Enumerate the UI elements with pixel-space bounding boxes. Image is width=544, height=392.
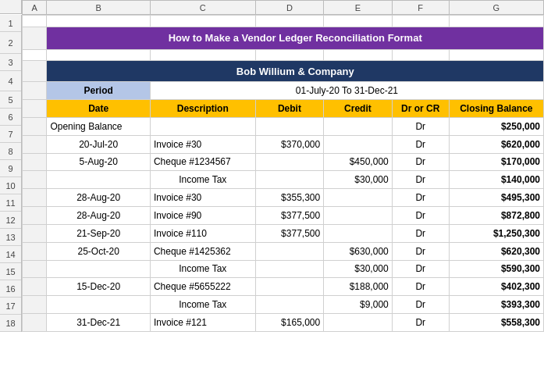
row-1 (23, 16, 544, 27)
desc-12: Invoice #90 (150, 207, 255, 225)
closing-11: $495,300 (449, 189, 543, 207)
debit-17 (255, 296, 324, 314)
debit-12: $377,500 (255, 207, 324, 225)
row-num-3: 3 (0, 54, 21, 71)
closing-15: $590,300 (449, 260, 543, 278)
row-num-4: 4 (0, 71, 21, 91)
header-description: Description (150, 99, 255, 117)
date-14: 25-Oct-20 (47, 242, 150, 260)
date-16: 15-Dec-20 (47, 278, 150, 296)
drcr-13: Dr (392, 224, 449, 242)
date-13: 21-Sep-20 (47, 224, 150, 242)
header-debit: Debit (255, 99, 324, 117)
header-dr-cr: Dr or CR (392, 99, 449, 117)
credit-10: $30,000 (324, 171, 393, 189)
col-header-e: E (324, 1, 393, 15)
desc-16: Cheque #5655222 (150, 278, 255, 296)
credit-7 (324, 117, 393, 135)
row-num-13: 13 (0, 229, 21, 246)
ledger-table: How to Make a Vendor Ledger Reconciliati… (22, 15, 544, 332)
debit-7 (255, 117, 324, 135)
table-row: 28-Aug-20 Invoice #90 $377,500 Dr $872,8… (23, 207, 544, 225)
drcr-15: Dr (392, 260, 449, 278)
table-row: 25-Oct-20 Cheque #1425362 $630,000 Dr $6… (23, 242, 544, 260)
col-header-g: G (449, 1, 543, 15)
col-header-a: A (23, 1, 47, 15)
closing-8: $620,000 (449, 135, 543, 153)
date-9: 5-Aug-20 (47, 153, 150, 171)
closing-17: $393,300 (449, 296, 543, 314)
debit-8: $370,000 (255, 135, 324, 153)
drcr-12: Dr (392, 207, 449, 225)
row-num-12: 12 (0, 212, 21, 229)
desc-8: Invoice #30 (150, 135, 255, 153)
drcr-18: Dr (392, 314, 449, 332)
closing-18: $558,300 (449, 314, 543, 332)
desc-14: Cheque #1425362 (150, 242, 255, 260)
desc-9: Cheque #1234567 (150, 153, 255, 171)
closing-13: $1,250,300 (449, 224, 543, 242)
header-date: Date (47, 99, 150, 117)
closing-16: $402,300 (449, 278, 543, 296)
row-num-9: 9 (0, 160, 21, 177)
date-17 (47, 296, 150, 314)
drcr-9: Dr (392, 153, 449, 171)
desc-15: Income Tax (150, 260, 255, 278)
row-4: Bob Willium & Company (23, 61, 544, 82)
debit-14 (255, 242, 324, 260)
row-num-18: 18 (0, 315, 21, 332)
debit-15 (255, 260, 324, 278)
row-num-15: 15 (0, 263, 21, 280)
drcr-8: Dr (392, 135, 449, 153)
desc-18: Invoice #121 (150, 314, 255, 332)
table-row: 15-Dec-20 Cheque #5655222 $188,000 Dr $4… (23, 278, 544, 296)
drcr-11: Dr (392, 189, 449, 207)
row-num-2: 2 (0, 32, 21, 54)
row-2: How to Make a Vendor Ledger Reconciliati… (23, 27, 544, 49)
drcr-16: Dr (392, 278, 449, 296)
col-header-c: C (150, 1, 255, 15)
col-header-f: F (392, 1, 449, 15)
date-8: 20-Jul-20 (47, 135, 150, 153)
table-row: 20-Jul-20 Invoice #30 $370,000 Dr $620,0… (23, 135, 544, 153)
desc-10: Income Tax (150, 171, 255, 189)
table-row: 28-Aug-20 Invoice #30 $355,300 Dr $495,3… (23, 189, 544, 207)
credit-18 (324, 314, 393, 332)
date-10 (47, 171, 150, 189)
closing-7: $250,000 (449, 117, 543, 135)
date-18: 31-Dec-21 (47, 314, 150, 332)
credit-11 (324, 189, 393, 207)
debit-18: $165,000 (255, 314, 324, 332)
desc-11: Invoice #30 (150, 189, 255, 207)
period-value: 01-July-20 To 31-Dec-21 (150, 82, 543, 100)
row-num-16: 16 (0, 280, 21, 298)
row-num-7: 7 (0, 126, 21, 143)
credit-14: $630,000 (324, 242, 393, 260)
desc-17: Income Tax (150, 296, 255, 314)
date-15 (47, 260, 150, 278)
period-label: Period (47, 82, 150, 100)
table-row: 5-Aug-20 Cheque #1234567 $450,000 Dr $17… (23, 153, 544, 171)
title-cell: How to Make a Vendor Ledger Reconciliati… (47, 27, 544, 49)
closing-14: $620,300 (449, 242, 543, 260)
desc-7 (150, 117, 255, 135)
row-num-5: 5 (0, 91, 21, 109)
spreadsheet: A B C D E F G 1 2 3 4 5 6 7 8 9 10 11 12… (0, 0, 544, 332)
drcr-10: Dr (392, 171, 449, 189)
row-5: Period 01-July-20 To 31-Dec-21 (23, 82, 544, 100)
credit-17: $9,000 (324, 296, 393, 314)
row-num-11: 11 (0, 194, 21, 212)
closing-10: $140,000 (449, 171, 543, 189)
closing-12: $872,800 (449, 207, 543, 225)
debit-10 (255, 171, 324, 189)
desc-13: Invoice #110 (150, 224, 255, 242)
row-num-10: 10 (0, 177, 21, 194)
row-num-8: 8 (0, 143, 21, 160)
date-7: Opening Balance (47, 117, 150, 135)
col-header-b: B (47, 1, 150, 15)
table-row: Opening Balance Dr $250,000 (23, 117, 544, 135)
credit-9: $450,000 (324, 153, 393, 171)
header-credit: Credit (324, 99, 393, 117)
debit-9 (255, 153, 324, 171)
table-row: Income Tax $30,000 Dr $590,300 (23, 260, 544, 278)
